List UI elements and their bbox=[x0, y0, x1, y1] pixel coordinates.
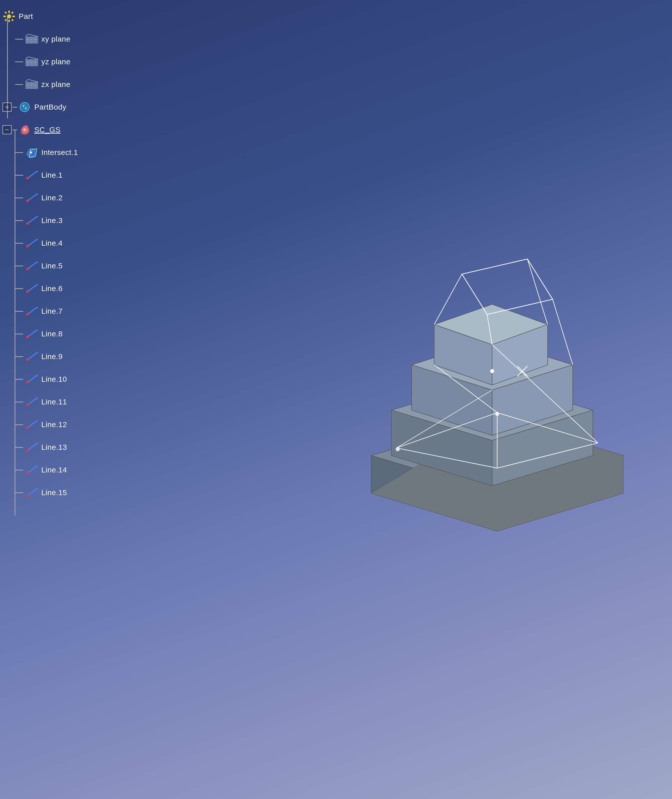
svg-point-47 bbox=[26, 290, 29, 293]
tree-label-partbody: PartBody bbox=[34, 103, 66, 111]
tree-label-intersect1: Intersect.1 bbox=[41, 148, 78, 157]
svg-point-55 bbox=[26, 381, 29, 384]
tree-node-line6[interactable]: Line.6 bbox=[0, 277, 181, 300]
tree-node-line7[interactable]: Line.7 bbox=[0, 300, 181, 322]
svg-line-81 bbox=[527, 259, 547, 324]
tree-node-intersect1[interactable]: Intersect.1 bbox=[0, 141, 181, 164]
tree-label-yz-plane: yz plane bbox=[41, 58, 70, 66]
svg-rect-2 bbox=[8, 20, 10, 22]
expand-icon-scgs[interactable]: − bbox=[3, 125, 11, 134]
tree-label-line12: Line.12 bbox=[41, 420, 67, 429]
svg-point-61 bbox=[26, 449, 29, 452]
svg-point-96 bbox=[396, 447, 400, 451]
line8-icon bbox=[25, 327, 38, 340]
tree-node-line3[interactable]: Line.3 bbox=[0, 209, 181, 232]
scgs-icon bbox=[18, 123, 31, 136]
viewport bbox=[181, 0, 672, 799]
svg-line-25 bbox=[26, 79, 28, 82]
tree-label-line4: Line.4 bbox=[41, 239, 63, 247]
svg-point-43 bbox=[26, 245, 29, 247]
tree-label-xy-plane: xy plane bbox=[41, 35, 70, 43]
tree-node-line4[interactable]: Line.4 bbox=[0, 232, 181, 255]
tree-label-line6: Line.6 bbox=[41, 284, 63, 293]
tree-label-zx-plane: zx plane bbox=[41, 80, 70, 89]
svg-line-10 bbox=[26, 34, 28, 37]
intersect-icon bbox=[25, 146, 38, 159]
plane-icon bbox=[25, 32, 38, 46]
svg-rect-8 bbox=[11, 19, 14, 21]
plane-icon-yz bbox=[25, 55, 38, 68]
tree-node-line8[interactable]: Line.8 bbox=[0, 322, 181, 345]
svg-rect-6 bbox=[11, 11, 14, 14]
svg-point-95 bbox=[495, 412, 499, 416]
tree-node-line14[interactable]: Line.14 bbox=[0, 459, 181, 481]
tree-label-line1: Line.1 bbox=[41, 171, 63, 179]
svg-line-26 bbox=[28, 79, 38, 82]
svg-point-39 bbox=[26, 200, 29, 202]
svg-rect-1 bbox=[8, 11, 10, 13]
line5-icon bbox=[25, 259, 38, 272]
svg-point-65 bbox=[26, 494, 29, 497]
line15-icon bbox=[25, 486, 38, 499]
svg-point-41 bbox=[26, 222, 29, 225]
svg-line-82 bbox=[553, 299, 573, 365]
tree-panel: Part xy plane bbox=[0, 0, 181, 799]
tree-node-line1[interactable]: Line.1 bbox=[0, 164, 181, 186]
tree-node-line9[interactable]: Line.9 bbox=[0, 345, 181, 368]
tree-node-line13[interactable]: Line.13 bbox=[0, 436, 181, 459]
line14-icon bbox=[25, 463, 38, 477]
svg-line-18 bbox=[26, 57, 28, 59]
svg-point-34 bbox=[23, 128, 26, 131]
svg-rect-7 bbox=[5, 19, 7, 21]
line10-icon bbox=[25, 373, 38, 386]
svg-point-32 bbox=[22, 105, 24, 107]
tree-label-line13: Line.13 bbox=[41, 443, 67, 452]
svg-point-94 bbox=[490, 369, 494, 373]
tree-label-line8: Line.8 bbox=[41, 330, 63, 338]
line4-icon bbox=[25, 237, 38, 250]
tree-node-zx-plane[interactable]: zx plane bbox=[0, 73, 181, 96]
tree-node-line5[interactable]: Line.5 bbox=[0, 255, 181, 277]
svg-point-63 bbox=[26, 472, 29, 474]
tree-label-part: Part bbox=[19, 12, 33, 21]
tree-node-part[interactable]: Part bbox=[0, 5, 181, 28]
tree-node-line15[interactable]: Line.15 bbox=[0, 481, 181, 504]
tree-label-line2: Line.2 bbox=[41, 194, 63, 202]
line12-icon bbox=[25, 418, 38, 431]
line11-icon bbox=[25, 395, 38, 408]
line2-icon bbox=[25, 191, 38, 204]
line6-icon bbox=[25, 282, 38, 295]
line1-icon bbox=[25, 168, 38, 182]
svg-marker-79 bbox=[462, 259, 553, 314]
tree-node-line2[interactable]: Line.2 bbox=[0, 186, 181, 209]
svg-point-35 bbox=[30, 151, 32, 154]
svg-point-53 bbox=[26, 358, 29, 361]
tree-label-line9: Line.9 bbox=[41, 352, 63, 361]
tree-node-scgs[interactable]: − SC_GS bbox=[0, 118, 181, 141]
tree-node-partbody[interactable]: + PartBody bbox=[0, 96, 181, 118]
tree-label-line15: Line.15 bbox=[41, 488, 67, 497]
tree-node-line12[interactable]: Line.12 bbox=[0, 413, 181, 436]
svg-line-12 bbox=[28, 34, 38, 37]
tree-label-line11: Line.11 bbox=[41, 398, 67, 406]
svg-line-19 bbox=[28, 57, 38, 59]
svg-rect-3 bbox=[3, 16, 6, 17]
line7-icon bbox=[25, 305, 38, 318]
tree-label-line3: Line.3 bbox=[41, 216, 63, 225]
tree-node-line10[interactable]: Line.10 bbox=[0, 368, 181, 391]
tree-node-xy-plane[interactable]: xy plane bbox=[0, 28, 181, 50]
svg-point-45 bbox=[26, 267, 29, 270]
svg-rect-4 bbox=[12, 16, 15, 17]
tree-node-yz-plane[interactable]: yz plane bbox=[0, 50, 181, 73]
expand-icon-partbody[interactable]: + bbox=[3, 102, 11, 112]
svg-point-59 bbox=[26, 426, 29, 429]
svg-rect-5 bbox=[5, 11, 7, 14]
plane-icon-zx bbox=[25, 78, 38, 91]
gear-icon bbox=[3, 10, 16, 23]
scgs-vline bbox=[14, 130, 15, 516]
line9-icon bbox=[25, 350, 38, 363]
svg-point-37 bbox=[26, 177, 29, 179]
svg-point-33 bbox=[25, 107, 27, 109]
tree-label-line10: Line.10 bbox=[41, 375, 67, 384]
tree-node-line11[interactable]: Line.11 bbox=[0, 391, 181, 413]
